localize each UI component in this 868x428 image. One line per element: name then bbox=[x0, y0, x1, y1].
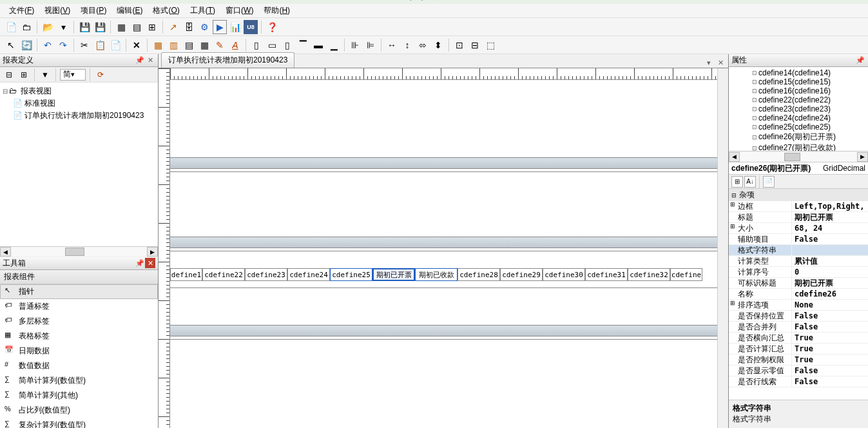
prop-tree-item[interactable]: ⊡ cdefine16(cdefine16) bbox=[730, 86, 867, 95]
property-row[interactable]: ⊞边框Left,Top,Right, bbox=[729, 201, 868, 212]
pointer-icon[interactable]: ↖ bbox=[4, 38, 18, 52]
property-row[interactable]: 标题期初已开票 bbox=[729, 212, 868, 223]
ungroup-icon[interactable]: ⊟ bbox=[468, 38, 482, 52]
prop-tree-item[interactable]: ⊡ cdefine25(cdefine25) bbox=[730, 122, 867, 131]
lang-combo[interactable]: 简 ▾ bbox=[60, 69, 86, 81]
property-row[interactable]: 是否显示零值False bbox=[729, 365, 868, 376]
db-icon[interactable]: 🗄 bbox=[182, 20, 196, 34]
layout1-icon[interactable]: ▦ bbox=[151, 38, 165, 52]
property-row[interactable]: 是否合并列False bbox=[729, 322, 868, 333]
open-dropdown-icon[interactable]: ▾ bbox=[56, 20, 70, 34]
property-row[interactable]: 格式字符串 bbox=[729, 245, 868, 256]
report-field-cell[interactable]: 期初已收款 bbox=[415, 268, 458, 281]
prop-tree-item[interactable]: ⊡ cdefine24(cdefine24) bbox=[730, 113, 867, 122]
same-h-icon[interactable]: ⬍ bbox=[431, 38, 445, 52]
paste-icon[interactable]: 📄 bbox=[108, 38, 122, 52]
align-left-icon[interactable]: ▯ bbox=[249, 38, 264, 52]
group-icon[interactable]: ⊡ bbox=[452, 38, 467, 52]
layout3-icon[interactable]: ▤ bbox=[182, 38, 196, 52]
prop-tree-item[interactable]: ⊡ cdefine15(cdefine15) bbox=[730, 77, 867, 86]
prop-tree-item[interactable]: ⊡ cdefine27(期初已收款) bbox=[730, 142, 867, 151]
report-field-cell[interactable]: cdefine32 bbox=[628, 268, 670, 281]
dist-v-icon[interactable]: ↕ bbox=[400, 38, 414, 52]
align-bottom-icon[interactable]: ▁ bbox=[327, 38, 341, 52]
property-row[interactable]: 是否横向汇总True bbox=[729, 333, 868, 344]
toolbox-item[interactable]: 🏷多层标签 bbox=[0, 314, 158, 329]
pin-icon[interactable]: 📌 bbox=[855, 55, 865, 66]
select-all-icon[interactable]: ⬚ bbox=[483, 38, 497, 52]
tree-refresh-icon[interactable]: ⟳ bbox=[94, 68, 107, 81]
toolbox-item[interactable]: ↖指针 bbox=[0, 284, 158, 299]
property-row[interactable]: 计算序号0 bbox=[729, 267, 868, 278]
tree-root[interactable]: ⊟ 🗁 报表视图 bbox=[1, 85, 157, 97]
pin-icon[interactable]: 📌 bbox=[135, 55, 145, 66]
property-row[interactable]: ⊞大小68, 24 bbox=[729, 223, 868, 234]
form-icon[interactable]: ▤ bbox=[130, 20, 144, 34]
toolbox-item[interactable]: #数值数据 bbox=[0, 358, 158, 373]
align-top-icon[interactable]: ▔ bbox=[296, 38, 310, 52]
prop-tree-item[interactable]: ⊡ cdefine14(cdefine14) bbox=[730, 68, 867, 77]
property-row[interactable]: 计算类型累计值 bbox=[729, 256, 868, 267]
align-center-icon[interactable]: ▭ bbox=[265, 38, 279, 52]
menu-v[interactable]: 视图(V) bbox=[39, 4, 75, 17]
layout4-icon[interactable]: ▦ bbox=[197, 38, 211, 52]
dist-h-icon[interactable]: ↔ bbox=[385, 38, 399, 52]
menu-f[interactable]: 文件(F) bbox=[4, 4, 39, 17]
tree-hscroll[interactable]: ◀ ▶ bbox=[0, 246, 158, 257]
open-icon[interactable]: 📂 bbox=[41, 20, 55, 34]
edit-icon[interactable]: ✎ bbox=[213, 38, 227, 52]
grid-gap-icon[interactable]: ⊪ bbox=[348, 38, 362, 52]
font-icon[interactable]: A bbox=[228, 38, 242, 52]
report-field-cell[interactable]: cdefine28 bbox=[458, 268, 500, 281]
prop-tree-item[interactable]: ⊡ cdefine26(期初已开票) bbox=[730, 131, 867, 142]
report-field-cell[interactable]: cdefine29 bbox=[500, 268, 543, 281]
report-field-cell[interactable]: cdefine24 bbox=[287, 268, 330, 281]
new-file-icon[interactable]: 📄 bbox=[4, 20, 18, 34]
close-icon[interactable]: ✕ bbox=[145, 258, 155, 268]
report-field-cell[interactable]: cdefine25 bbox=[330, 268, 372, 281]
property-row[interactable]: ⊞排序选项None bbox=[729, 300, 868, 311]
config-icon[interactable]: ⚙ bbox=[197, 20, 211, 34]
report-field-cell[interactable]: 期初已开票 bbox=[372, 268, 415, 281]
toolbox-item[interactable]: ▦表格标签 bbox=[0, 329, 158, 344]
toolbox-item[interactable]: ∑简单计算列(其他) bbox=[0, 388, 158, 403]
tree-child[interactable]: 📄 标准视图 bbox=[1, 97, 157, 110]
menu-t[interactable]: 工具(T) bbox=[185, 4, 220, 17]
refresh-icon[interactable]: 🔄 bbox=[19, 38, 34, 52]
property-row[interactable]: 是否计算汇总True bbox=[729, 344, 868, 355]
tab-close-icon[interactable]: ✕ bbox=[715, 57, 726, 68]
preview-icon[interactable]: ▶ bbox=[213, 20, 227, 34]
export-icon[interactable]: ↗ bbox=[166, 20, 180, 34]
prop-tree-item[interactable]: ⊡ cdefine22(cdefine22) bbox=[730, 95, 867, 104]
report-field-cell[interactable]: cdefine16 bbox=[170, 268, 202, 281]
prop-category[interactable]: ⊟ 杂项 bbox=[729, 189, 868, 201]
new-folder-icon[interactable]: 🗀 bbox=[19, 20, 34, 34]
prop-alpha-icon[interactable]: A↓ bbox=[744, 176, 756, 188]
redo-icon[interactable]: ↷ bbox=[56, 38, 70, 52]
undo-icon[interactable]: ↶ bbox=[41, 38, 55, 52]
same-w-icon[interactable]: ⬄ bbox=[416, 38, 430, 52]
property-row[interactable]: 是否保持位置False bbox=[729, 311, 868, 322]
prop-pages-icon[interactable]: 📄 bbox=[763, 176, 775, 188]
tree-collapse-icon[interactable]: ⊟ bbox=[3, 68, 15, 81]
help-icon[interactable]: ❓ bbox=[265, 20, 279, 34]
tree-child[interactable]: 📄 订单执行统计表增加期初20190423 bbox=[1, 110, 157, 122]
property-row[interactable]: 可标识标题期初已开票 bbox=[729, 278, 868, 289]
layout2-icon[interactable]: ▥ bbox=[166, 38, 180, 52]
menu-h[interactable]: 帮助(H) bbox=[258, 4, 295, 17]
property-selector[interactable]: cdefine26(期初已开票) GridDecimal bbox=[729, 162, 868, 175]
toolbox-item[interactable]: %占比列(数值型) bbox=[0, 403, 158, 418]
designer-vscroll[interactable] bbox=[717, 68, 728, 428]
table-icon[interactable]: ⊞ bbox=[145, 20, 159, 34]
grid-icon[interactable]: ▦ bbox=[114, 20, 128, 34]
prop-tree-item[interactable]: ⊡ cdefine23(cdefine23) bbox=[730, 104, 867, 113]
cut-icon[interactable]: ✂ bbox=[77, 38, 92, 52]
tree-filter-icon[interactable]: ▼ bbox=[39, 68, 52, 81]
u8-icon[interactable]: U8 bbox=[244, 20, 258, 34]
property-row[interactable]: 辅助项目False bbox=[729, 234, 868, 245]
report-field-cell[interactable]: cdefine31 bbox=[585, 268, 628, 281]
menu-e[interactable]: 编辑(E) bbox=[111, 4, 148, 17]
align-middle-icon[interactable]: ▬ bbox=[311, 38, 325, 52]
menu-p[interactable]: 项目(P) bbox=[75, 4, 111, 17]
property-row[interactable]: 是否行线索False bbox=[729, 376, 868, 387]
